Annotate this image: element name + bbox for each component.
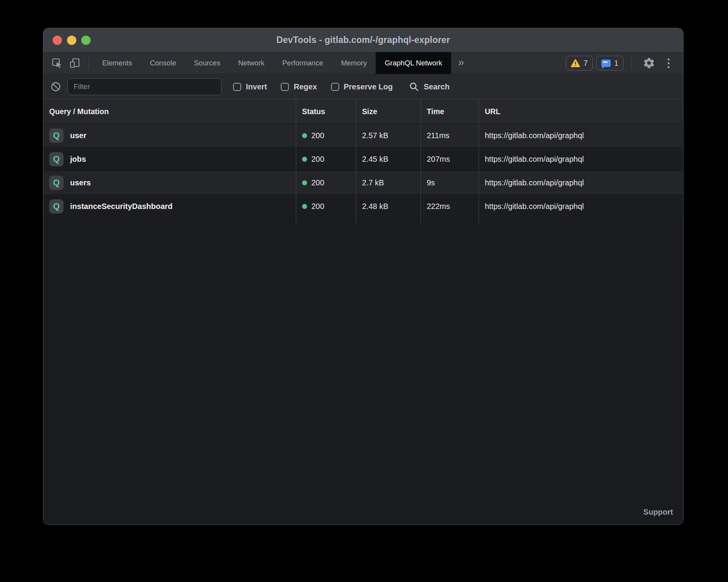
url-value: https://gitlab.com/api/graphql (485, 178, 584, 187)
table-row[interactable]: Q instanceSecurityDashboard 200 2.48 kB … (43, 195, 683, 218)
column-header-time[interactable]: Time (421, 99, 479, 123)
column-header-query-mutation[interactable]: Query / Mutation (43, 99, 296, 123)
status-ok-dot-icon (302, 180, 307, 185)
column-header-url[interactable]: URL (479, 99, 683, 123)
url-value: https://gitlab.com/api/graphql (485, 131, 584, 140)
warning-triangle-icon (571, 59, 580, 67)
url-cell: https://gitlab.com/api/graphql (479, 147, 683, 171)
regex-checkbox[interactable] (281, 83, 289, 91)
settings-button[interactable] (640, 57, 658, 69)
filter-input[interactable] (67, 78, 221, 95)
query-name: user (70, 131, 86, 140)
block-icon (50, 81, 61, 92)
status-ok-dot-icon (302, 133, 307, 138)
url-value: https://gitlab.com/api/graphql (485, 202, 584, 211)
tab-performance[interactable]: Performance (273, 52, 332, 74)
tab-label: Elements (102, 59, 132, 67)
tab-network[interactable]: Network (229, 52, 273, 74)
requests-table: Q user 200 2.57 kB 211ms https://gitlab.… (43, 124, 683, 225)
column-label: Size (362, 107, 377, 116)
tab-memory[interactable]: Memory (332, 52, 376, 74)
clear-requests-button[interactable] (50, 81, 61, 92)
tab-sources[interactable]: Sources (185, 52, 229, 74)
size-value: 2.48 kB (362, 202, 388, 211)
size-cell: 2.45 kB (356, 147, 421, 171)
kebab-dot (668, 58, 670, 60)
toolbar-icon-group (43, 52, 93, 74)
more-tabs-button[interactable]: » (451, 52, 471, 74)
url-cell: https://gitlab.com/api/graphql (479, 195, 683, 218)
divider-stub-cell (421, 218, 479, 225)
size-value: 2.45 kB (362, 155, 388, 164)
minimize-button[interactable] (67, 36, 76, 45)
column-label: Time (427, 107, 444, 116)
warning-count: 7 (584, 59, 588, 68)
tab-graphql-network[interactable]: GraphQL Network (376, 52, 451, 74)
window-title: DevTools - gitlab.com/-/graphql-explorer (276, 35, 450, 45)
tabbar-right-controls: 7 1 (566, 52, 683, 74)
search-button[interactable]: Search (409, 82, 450, 92)
status-cell: 200 (296, 147, 356, 171)
status-code: 200 (311, 202, 324, 211)
time-cell: 207ms (421, 147, 479, 171)
table-row[interactable]: Q users 200 2.7 kB 9s https://gitlab.com… (43, 171, 683, 195)
column-header-size[interactable]: Size (356, 99, 421, 123)
url-cell: https://gitlab.com/api/graphql (479, 124, 683, 147)
query-type-badge: Q (49, 176, 64, 190)
column-header-status[interactable]: Status (296, 99, 356, 123)
preserve-log-label: Preserve Log (344, 82, 393, 91)
time-value: 207ms (427, 155, 450, 164)
devtools-window: DevTools - gitlab.com/-/graphql-explorer (43, 28, 683, 525)
status-code: 200 (311, 178, 324, 187)
tab-console[interactable]: Console (141, 52, 185, 74)
tab-elements[interactable]: Elements (93, 52, 141, 74)
regex-checkbox-group: Regex (281, 82, 317, 91)
size-cell: 2.7 kB (356, 171, 421, 195)
invert-label: Invert (246, 82, 267, 91)
table-row[interactable]: Q user 200 2.57 kB 211ms https://gitlab.… (43, 124, 683, 147)
query-type-badge: Q (49, 199, 64, 214)
column-label: Status (302, 107, 325, 116)
size-cell: 2.48 kB (356, 195, 421, 218)
kebab-dot (668, 62, 670, 64)
traffic-lights (53, 28, 91, 52)
table-header: Query / Mutation Status Size Time URL (43, 99, 683, 124)
preserve-log-checkbox[interactable] (331, 83, 339, 91)
query-name: instanceSecurityDashboard (70, 202, 173, 211)
chevron-double-right-icon: » (458, 56, 464, 68)
tab-label: Console (150, 59, 176, 67)
message-bubble-icon (601, 60, 611, 67)
zoom-button[interactable] (81, 36, 91, 45)
empty-panel-area: Support (43, 225, 683, 524)
time-value: 211ms (427, 131, 450, 140)
table-row[interactable]: Q jobs 200 2.45 kB 207ms https://gitlab.… (43, 147, 683, 171)
close-button[interactable] (53, 36, 62, 45)
more-options-button[interactable] (661, 58, 675, 68)
support-link[interactable]: Support (643, 508, 673, 517)
inspect-cursor-icon (52, 58, 62, 68)
invert-checkbox[interactable] (233, 83, 241, 91)
issues-warning-badge[interactable]: 7 (566, 56, 593, 70)
query-name: jobs (70, 155, 86, 164)
status-cell: 200 (296, 124, 356, 147)
device-toolbar-button[interactable] (66, 52, 84, 74)
inspect-element-button[interactable] (48, 52, 66, 74)
console-messages-badge[interactable]: 1 (596, 56, 623, 70)
query-cell: Q user (43, 124, 296, 147)
tab-label: Performance (282, 59, 323, 67)
tab-label: GraphQL Network (385, 59, 442, 67)
query-type-badge: Q (49, 128, 64, 143)
search-icon (409, 82, 419, 92)
titlebar: DevTools - gitlab.com/-/graphql-explorer (43, 28, 683, 52)
time-cell: 9s (421, 171, 479, 195)
query-type-badge: Q (49, 152, 64, 166)
status-cell: 200 (296, 195, 356, 218)
kebab-dot (668, 66, 670, 68)
message-count: 1 (614, 59, 618, 68)
url-value: https://gitlab.com/api/graphql (485, 155, 584, 164)
status-cell: 200 (296, 171, 356, 195)
divider-stub-cell (479, 218, 683, 225)
time-value: 222ms (427, 202, 450, 211)
column-label: Query / Mutation (49, 107, 109, 116)
query-name: users (70, 178, 91, 187)
